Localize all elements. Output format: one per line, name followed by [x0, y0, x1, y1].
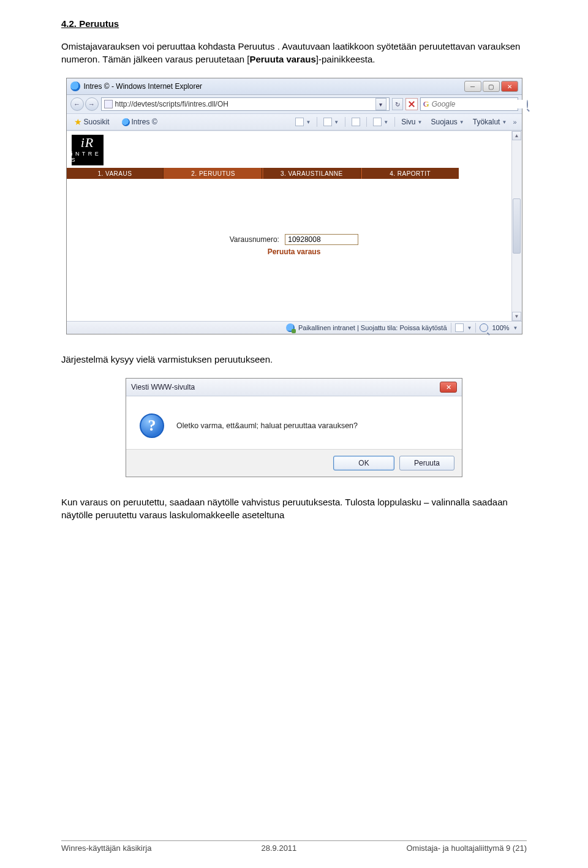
- dialog-buttons: OK Peruuta: [126, 449, 462, 477]
- browser-titlebar: Intres © - Windows Internet Explorer ─ ▢…: [67, 78, 522, 95]
- page-icon: [104, 100, 113, 108]
- cancel-button[interactable]: Peruuta: [399, 456, 454, 470]
- content-frame: iR i N T R E S 1. VARAUS 2. PERUUTUS 3. …: [67, 130, 522, 334]
- dialog-close-button[interactable]: ✕: [440, 382, 457, 393]
- forward-button[interactable]: →: [85, 97, 99, 111]
- safety-menu[interactable]: Suojaus▼: [428, 116, 466, 127]
- dialog-titlebar: Viesti WWW-sivulta ✕: [126, 379, 462, 396]
- dialog-body: ? Oletko varma, ett&auml; haluat peruutt…: [126, 396, 462, 449]
- tab-varaus[interactable]: 1. VARAUS: [67, 168, 164, 179]
- intres-logo-text: i N T R E S: [72, 151, 104, 163]
- ok-button[interactable]: OK: [333, 456, 394, 470]
- status-bar: Paikallinen intranet | Suojattu tila: Po…: [67, 321, 522, 334]
- page-footer: Winres-käyttäjän käsikirja 28.9.2011 Omi…: [0, 840, 588, 853]
- cancel-form: Varausnumero: Peruuta varaus: [67, 234, 522, 256]
- tab-label: Intres ©: [132, 118, 157, 126]
- star-icon: ★: [74, 117, 82, 127]
- sep: [366, 117, 367, 127]
- refresh-button[interactable]: ↻: [392, 98, 403, 110]
- zoom-dropdown-icon[interactable]: ▼: [513, 325, 518, 331]
- section-title: 4.2. Peruutus: [61, 18, 527, 29]
- peruuta-varaus-link[interactable]: Peruuta varaus: [67, 247, 522, 256]
- dialog-title: Viesti WWW-sivulta: [131, 383, 195, 391]
- page-menu[interactable]: Sivu▼: [399, 116, 424, 127]
- feeds-button[interactable]: ▼: [321, 116, 341, 127]
- ie-icon: [70, 81, 80, 91]
- tab-peruutus[interactable]: 2. PERUUTUS: [165, 168, 262, 179]
- intres-mark-icon: iR: [81, 137, 94, 148]
- search-icon[interactable]: [527, 100, 528, 108]
- browser-window: Intres © - Windows Internet Explorer ─ ▢…: [66, 78, 522, 334]
- sep: [345, 117, 345, 127]
- sep: [317, 117, 317, 127]
- p3b: Tulosta loppulasku: [345, 497, 421, 507]
- varausnumero-label: Varausnumero:: [230, 235, 279, 244]
- app-tabs: 1. VARAUS 2. PERUUTUS 3. VARAUSTILANNE 4…: [67, 168, 459, 179]
- tab-raportit[interactable]: 4. RAPORTIT: [362, 168, 459, 179]
- p3a: Kun varaus on peruutettu, saadaan näytöl…: [61, 497, 345, 507]
- footer-mid: 28.9.2011: [262, 843, 297, 853]
- window-title: Intres © - Windows Internet Explorer: [84, 82, 203, 91]
- status-text: Paikallinen intranet | Suojattu tila: Po…: [298, 324, 447, 331]
- page-content: iR i N T R E S 1. VARAUS 2. PERUUTUS 3. …: [67, 131, 522, 321]
- zone-icon: [286, 323, 295, 332]
- page-scrollbar[interactable]: ▲ ▼: [511, 131, 522, 321]
- tools-menu-label: Työkalut: [473, 118, 500, 126]
- sep: [451, 323, 451, 333]
- p1b: Peruuta varaus: [249, 54, 315, 64]
- confirm-paragraph: Järjestelmä kysyy vielä varmistuksen per…: [61, 353, 527, 366]
- footer-left: Winres-käyttäjän käsikirja: [61, 843, 151, 853]
- stop-button[interactable]: [405, 98, 418, 110]
- scroll-thumb[interactable]: [513, 198, 521, 254]
- scroll-up-icon[interactable]: ▲: [512, 131, 521, 140]
- search-input[interactable]: [432, 100, 524, 108]
- close-button[interactable]: ✕: [501, 81, 518, 92]
- address-bar[interactable]: ▾: [101, 97, 390, 111]
- intres-logo: iR i N T R E S: [72, 135, 104, 165]
- back-button[interactable]: ←: [70, 97, 84, 111]
- sep: [394, 117, 395, 127]
- google-icon: G: [423, 99, 429, 109]
- mail-button[interactable]: [349, 116, 363, 127]
- protected-mode-icon: [455, 323, 464, 332]
- question-icon: ?: [140, 413, 164, 438]
- url-dropdown[interactable]: ▾: [375, 98, 386, 110]
- maximize-button[interactable]: ▢: [483, 81, 500, 92]
- address-row: ← → ▾ ↻ G: [67, 95, 522, 114]
- chevron-more-icon[interactable]: »: [513, 118, 516, 126]
- scroll-down-icon[interactable]: ▼: [512, 312, 521, 321]
- result-paragraph: Kun varaus on peruutettu, saadaan näytöl…: [61, 496, 527, 521]
- favorites-label: Suosikit: [84, 118, 110, 126]
- footer-right: Omistaja- ja huoltajaliittymä 9 (21): [406, 843, 527, 853]
- tab-varaustilanne[interactable]: 3. VARAUSTILANNE: [263, 168, 361, 179]
- tab-button[interactable]: Intres ©: [119, 116, 160, 127]
- safety-menu-label: Suojaus: [431, 118, 457, 126]
- page-menu-label: Sivu: [401, 118, 415, 126]
- search-box[interactable]: G: [420, 97, 518, 111]
- p1c: ]-painikkeesta.: [316, 54, 375, 64]
- url-input[interactable]: [115, 100, 373, 108]
- home-icon: [295, 118, 304, 126]
- print-icon: [373, 118, 382, 126]
- sep: [475, 323, 476, 333]
- zoom-text[interactable]: 100%: [492, 324, 509, 331]
- print-button[interactable]: ▼: [371, 116, 391, 127]
- varausnumero-input[interactable]: [285, 234, 358, 245]
- dialog-message: Oletko varma, ett&auml; haluat peruuttaa…: [176, 421, 358, 430]
- rss-icon: [323, 118, 332, 126]
- mail-icon: [352, 118, 360, 126]
- home-button[interactable]: ▼: [293, 116, 313, 127]
- favorites-button[interactable]: ★ Suosikit: [72, 116, 112, 128]
- tab-ie-icon: [122, 118, 130, 126]
- tools-menu[interactable]: Työkalut▼: [470, 116, 510, 127]
- minimize-button[interactable]: ─: [464, 81, 481, 92]
- intro-paragraph: Omistajavarauksen voi peruuttaa kohdasta…: [61, 40, 527, 66]
- zoom-icon: [480, 323, 488, 332]
- favorites-bar: ★ Suosikit Intres © ▼ ▼ ▼ Sivu▼ Suojaus▼…: [67, 114, 522, 130]
- window-buttons: ─ ▢ ✕: [464, 81, 518, 92]
- confirm-dialog: Viesti WWW-sivulta ✕ ? Oletko varma, ett…: [126, 378, 462, 477]
